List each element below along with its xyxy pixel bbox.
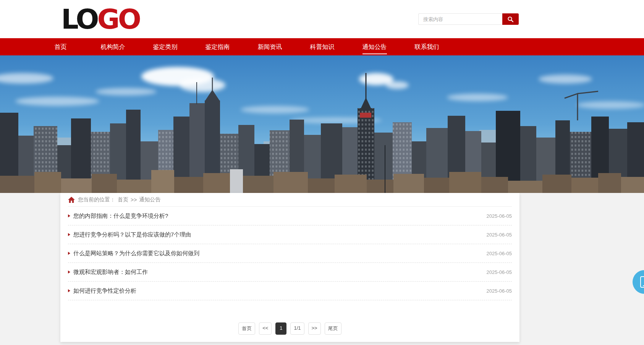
search-input[interactable] (418, 13, 502, 25)
main-area: 您当前的位置： 首页 >> 通知公告 您的内部指南：什么是竞争环境分析? 202… (0, 193, 644, 345)
notice-title-link[interactable]: 如何进行竞争性定价分析 (73, 287, 136, 295)
pagination-first-button[interactable]: 首页 (238, 322, 255, 335)
city-skyline-banner (0, 55, 644, 193)
notice-left: 您的内部指南：什么是竞争环境分析? (68, 212, 168, 220)
content-card: 您当前的位置： 首页 >> 通知公告 您的内部指南：什么是竞争环境分析? 202… (60, 193, 519, 342)
main-navigation: 首页 机构简介 鉴定类别 鉴定指南 新闻资讯 科普知识 通知公告 联系我们 (0, 38, 644, 55)
nav-item-science[interactable]: 科普知识 (296, 38, 348, 55)
notice-title-link[interactable]: 什么是网站策略？为什么你需要它以及你如何做到 (73, 250, 199, 257)
nav-item-label: 鉴定类别 (153, 43, 178, 54)
notice-date: 2025-06-05 (487, 288, 512, 294)
notice-left: 想进行竞争分析吗？以下是你应该做的7个理由 (68, 231, 191, 238)
nav-item-about[interactable]: 机构简介 (87, 38, 139, 55)
notice-row[interactable]: 您的内部指南：什么是竞争环境分析? 2025-06-05 (68, 207, 512, 225)
notice-date: 2025-06-05 (487, 213, 512, 219)
nav-item-news[interactable]: 新闻资讯 (244, 38, 296, 55)
search-icon (507, 16, 514, 23)
nav-item-label: 新闻资讯 (258, 43, 282, 54)
nav-item-label: 机构简介 (101, 43, 125, 54)
nav-item-home[interactable]: 首页 (34, 38, 87, 55)
pagination-last-button[interactable]: 尾页 (325, 322, 341, 335)
breadcrumb-home-link[interactable]: 首页 (118, 196, 128, 203)
red-arrow-icon (68, 270, 70, 274)
nav-list: 首页 机构简介 鉴定类别 鉴定指南 新闻资讯 科普知识 通知公告 联系我们 (0, 38, 644, 55)
notice-row[interactable]: 如何进行竞争性定价分析 2025-06-05 (68, 282, 512, 300)
breadcrumb-prefix: 您当前的位置： (78, 196, 115, 203)
notice-left: 什么是网站策略？为什么你需要它以及你如何做到 (68, 250, 199, 257)
pagination-next-button[interactable]: >> (308, 322, 321, 335)
red-arrow-icon (68, 214, 70, 217)
notice-title-link[interactable]: 您的内部指南：什么是竞争环境分析? (73, 212, 168, 220)
notice-date: 2025-06-05 (487, 232, 512, 238)
notice-title-link[interactable]: 微观和宏观影响者：如何工作 (73, 269, 148, 276)
nav-item-notices[interactable]: 通知公告 (348, 38, 401, 55)
notice-date: 2025-06-05 (487, 269, 512, 275)
nav-item-label: 通知公告 (362, 43, 387, 54)
logo-text-black: LO (61, 3, 97, 35)
red-arrow-icon (68, 289, 70, 292)
pagination: 首页 << 1 1/1 >> 尾页 (68, 322, 512, 335)
notice-row[interactable]: 什么是网站策略？为什么你需要它以及你如何做到 2025-06-05 (68, 244, 512, 263)
breadcrumb: 您当前的位置： 首页 >> 通知公告 (68, 193, 512, 207)
nav-item-label: 科普知识 (310, 43, 335, 54)
nav-item-contact[interactable]: 联系我们 (401, 38, 453, 55)
home-icon (68, 197, 75, 203)
nav-item-label: 联系我们 (415, 43, 439, 54)
breadcrumb-separator: >> (131, 197, 137, 203)
red-arrow-icon (68, 252, 70, 255)
site-logo[interactable]: LOGO (61, 5, 139, 33)
red-arrow-icon (68, 233, 70, 236)
breadcrumb-current[interactable]: 通知公告 (139, 196, 160, 203)
pagination-current-page[interactable]: 1 (275, 322, 286, 335)
notice-date: 2025-06-05 (487, 251, 512, 256)
city-skyline-image (0, 55, 644, 193)
notice-row[interactable]: 微观和宏观影响者：如何工作 2025-06-05 (68, 263, 512, 282)
mobile-device-icon (640, 276, 644, 288)
nav-item-guide[interactable]: 鉴定指南 (191, 38, 244, 55)
search-box (418, 13, 519, 25)
nav-item-categories[interactable]: 鉴定类别 (139, 38, 191, 55)
pagination-prev-button[interactable]: << (259, 322, 272, 335)
site-header: LOGO (0, 0, 644, 38)
logo-text-red: GO (97, 3, 139, 35)
nav-item-label: 首页 (55, 43, 67, 54)
nav-item-label: 鉴定指南 (205, 43, 230, 54)
search-button[interactable] (502, 13, 519, 25)
notice-row[interactable]: 想进行竞争分析吗？以下是你应该做的7个理由 2025-06-05 (68, 225, 512, 244)
pagination-page-info: 1/1 (290, 322, 304, 335)
notice-title-link[interactable]: 想进行竞争分析吗？以下是你应该做的7个理由 (73, 231, 191, 238)
notice-left: 如何进行竞争性定价分析 (68, 287, 136, 295)
notice-left: 微观和宏观影响者：如何工作 (68, 269, 148, 276)
